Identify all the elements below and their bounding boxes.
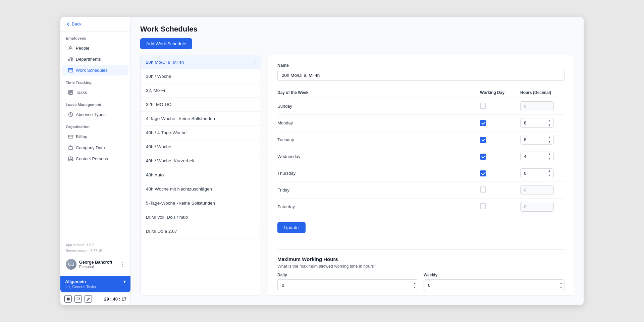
schedule-list-item[interactable]: 40h Woche mit Nachtzuschlägen	[141, 182, 261, 196]
sidebar-item-contact-label: Contact Persons	[76, 156, 108, 161]
day-cell: Wednesday	[277, 148, 477, 165]
day-cell: Friday	[277, 182, 477, 199]
hours-input[interactable]	[520, 185, 554, 195]
schedule-list-item[interactable]: 32h, MO-DO	[141, 98, 261, 112]
working-day-checkbox[interactable]	[480, 186, 486, 193]
section-label-org: Organisation	[60, 120, 130, 131]
table-row: Thursday▲▼	[277, 165, 565, 182]
hours-up-btn[interactable]: ▲	[546, 135, 552, 140]
schedule-list-item[interactable]: 40h / 4-Tage-Woche	[141, 126, 261, 140]
weekly-label: Weekly	[424, 273, 565, 277]
tasks-icon	[68, 90, 73, 95]
svg-rect-2	[70, 57, 71, 61]
hours-up-btn[interactable]: ▲	[546, 169, 552, 173]
page-header: Work Schedules Add Work Schedule	[131, 17, 584, 55]
max-hours-inputs: Daily ▲ ▼ Weekly	[277, 273, 565, 291]
sidebar-section-employees: Employees People Departments Work Schedu…	[60, 32, 130, 76]
absence-icon	[68, 112, 73, 117]
weekly-down-btn[interactable]: ▼	[559, 285, 562, 290]
max-hours-title: Maximum Working Hours	[277, 256, 565, 262]
sidebar-item-absence-types[interactable]: Absence Types	[62, 109, 128, 120]
user-profile: GB George Bancroft Personal ⋮	[66, 257, 125, 272]
user-menu-button[interactable]: ⋮	[120, 261, 125, 268]
hours-input[interactable]	[520, 101, 554, 111]
schedule-list-item[interactable]: Di,Mi voll, Do,Fr halb	[141, 210, 261, 224]
hours-down-btn[interactable]: ▼	[546, 123, 552, 128]
svg-rect-4	[68, 68, 73, 72]
allgemein-bar[interactable]: Allgemein ▾ 1.1, General Tasks	[60, 276, 130, 292]
working-day-checkbox[interactable]	[480, 137, 486, 143]
sidebar-item-billing[interactable]: Billing	[62, 131, 128, 142]
table-row: Tuesday▲▼	[277, 131, 565, 148]
update-button[interactable]: Update	[277, 222, 306, 233]
chevron-down-icon: ▾	[123, 279, 126, 284]
hours-up-btn[interactable]: ▲	[546, 152, 552, 157]
back-button[interactable]: Back	[60, 17, 130, 32]
working-day-checkbox[interactable]	[480, 170, 486, 176]
daily-up-btn[interactable]: ▲	[413, 281, 416, 285]
timer-stop-button[interactable]	[64, 295, 72, 303]
svg-rect-1	[68, 59, 70, 61]
hours-input[interactable]	[520, 202, 554, 212]
hours-up-btn[interactable]: ▲	[546, 118, 552, 123]
section-label-employees: Employees	[60, 32, 130, 42]
add-work-schedule-button[interactable]: Add Work Schedule	[140, 38, 192, 49]
table-row: Monday▲▼	[277, 115, 565, 131]
svg-rect-7	[68, 135, 73, 138]
daily-down-btn[interactable]: ▼	[413, 285, 416, 290]
main-content: Work Schedules Add Work Schedule 20h Mo/…	[131, 17, 584, 305]
back-icon	[66, 22, 70, 26]
sidebar-item-people-label: People	[76, 46, 89, 51]
schedule-list-item[interactable]: 40h / Woche_Kurzarbeit	[141, 154, 261, 168]
user-role: Personal	[79, 265, 117, 269]
timer-coffee-button[interactable]	[74, 295, 82, 303]
col-header-working: Working Day	[477, 88, 518, 98]
sidebar-item-company-data[interactable]: Company Data	[62, 142, 128, 153]
weekly-up-btn[interactable]: ▲	[559, 281, 562, 285]
schedule-list-item[interactable]: 40h / Woche	[141, 140, 261, 154]
svg-point-10	[70, 158, 71, 159]
user-name: George Bancroft	[79, 260, 117, 265]
timer-bar: 29 : 40 : 17	[60, 292, 130, 305]
back-label: Back	[72, 21, 82, 26]
day-cell: Sunday	[277, 98, 477, 115]
section-label-time: Time Tracking	[60, 76, 130, 87]
sidebar-item-work-schedules[interactable]: Work Schedules	[62, 65, 128, 75]
weekly-input-wrap: ▲ ▼	[424, 279, 565, 291]
daily-input-wrap: ▲ ▼	[277, 279, 418, 291]
schedule-list-item[interactable]: 4-Tage-Woche - keine Sollstunden	[141, 112, 261, 126]
timer-edit-button[interactable]	[85, 295, 92, 303]
sidebar-item-tasks[interactable]: Tasks	[62, 87, 128, 98]
working-day-checkbox[interactable]	[480, 120, 486, 126]
sidebar-item-work-schedules-label: Work Schedules	[76, 68, 107, 73]
schedule-list-item[interactable]: 20h Mo/Di 8, Mi 4h›	[141, 55, 261, 69]
timer-display: 29 : 40 : 17	[104, 297, 127, 302]
daily-hours-input[interactable]	[277, 279, 418, 291]
schedule-list-item[interactable]: 5-Tage-Woche - keine Sollstunden	[141, 196, 261, 210]
svg-rect-8	[69, 147, 72, 150]
avatar: GB	[66, 259, 76, 270]
sidebar-item-departments[interactable]: Departments	[62, 54, 128, 64]
schedule-list-item[interactable]: Di,Mi,Do à 2,67	[141, 224, 261, 238]
day-cell: Tuesday	[277, 131, 477, 148]
sidebar-item-people[interactable]: People	[62, 43, 128, 53]
name-field-label: Name	[277, 63, 565, 68]
allgemein-subtitle: 1.1, General Tasks	[65, 285, 126, 289]
divider	[277, 249, 565, 250]
working-day-checkbox[interactable]	[480, 203, 486, 209]
hours-down-btn[interactable]: ▼	[546, 173, 552, 178]
working-day-checkbox[interactable]	[480, 154, 486, 160]
chevron-right-icon: ›	[254, 59, 255, 65]
schedule-list-item[interactable]: 32, Mo-Fr	[141, 84, 261, 98]
hours-down-btn[interactable]: ▼	[546, 140, 552, 145]
name-input[interactable]	[277, 70, 565, 81]
sidebar-item-departments-label: Departments	[76, 57, 101, 62]
schedule-list: 20h Mo/Di 8, Mi 4h›30h / Woche32, Mo-Fr3…	[140, 55, 261, 296]
schedule-list-item[interactable]: 30h / Woche	[141, 69, 261, 84]
sidebar-item-contact-persons[interactable]: Contact Persons	[62, 153, 128, 164]
weekly-hours-input[interactable]	[424, 279, 565, 291]
people-icon	[68, 45, 73, 51]
working-day-checkbox[interactable]	[480, 103, 486, 109]
schedule-list-item[interactable]: 40h Auto	[141, 168, 261, 182]
hours-down-btn[interactable]: ▼	[546, 157, 552, 161]
